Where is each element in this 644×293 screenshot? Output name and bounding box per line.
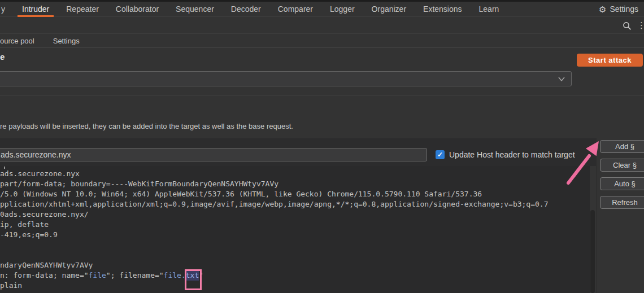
auto-button[interactable]: Auto §: [600, 177, 644, 190]
request-editor-code: ads.securezone.nyxpart/form-data; bounda…: [0, 169, 590, 291]
checkmark-icon: ✓: [437, 151, 443, 159]
tab-learn[interactable]: Learn: [479, 2, 499, 17]
update-host-checkbox[interactable]: ✓: [436, 150, 445, 159]
clear-button[interactable]: Clear §: [600, 159, 644, 172]
attack-type-select[interactable]: [0, 71, 572, 86]
subtab-settings[interactable]: Settings: [53, 37, 80, 45]
tab-comparer[interactable]: Comparer: [278, 2, 313, 17]
intruder-subtab-bar: ource poolSettings: [0, 34, 644, 48]
main-tab-bar: y IntruderRepeaterCollaboratorSequencerD…: [0, 0, 644, 17]
start-attack-button[interactable]: Start attack: [577, 54, 643, 67]
tab-proxy-cut[interactable]: y: [1, 5, 5, 14]
clipped-line-fragment: [4, 167, 5, 169]
settings-menu-item[interactable]: ⚙ Settings: [599, 5, 638, 14]
tab-logger[interactable]: Logger: [330, 2, 355, 17]
request-line: n: form-data; name="file"; filename="fil…: [0, 270, 590, 281]
search-icon[interactable]: [623, 21, 632, 30]
update-host-label: Update Host header to match target: [449, 150, 575, 159]
subtab-ource-pool[interactable]: ource pool: [0, 37, 34, 45]
request-line: ip, deflate: [0, 220, 590, 230]
tab-decoder[interactable]: Decoder: [231, 2, 261, 17]
refresh-button[interactable]: Refresh: [600, 196, 644, 209]
attack-target-input[interactable]: [0, 148, 427, 161]
add-button[interactable]: Add §: [600, 140, 644, 153]
more-vertical-icon[interactable]: ⋮: [637, 20, 644, 30]
toolbar-row: ⋮: [0, 18, 644, 34]
request-line: plain: [0, 281, 590, 291]
section-divider: [0, 95, 644, 95]
editor-scrollbar: [590, 166, 596, 293]
chevron-down-icon: [558, 76, 565, 82]
payload-marker-buttons: Add §Clear §Auto §Refresh: [600, 140, 644, 215]
highlighted-payload-position: txt: [186, 270, 199, 281]
request-line: -419,es;q=0.9: [0, 230, 590, 240]
positions-description: re payloads will be inserted, they can b…: [0, 122, 293, 130]
burp-intruder-window: y IntruderRepeaterCollaboratorSequencerD…: [0, 0, 644, 293]
tab-intruder[interactable]: Intruder: [22, 2, 49, 17]
section-heading-fragment: e: [0, 52, 5, 62]
settings-label: Settings: [610, 5, 638, 14]
request-line: /5.0 (Windows NT 10.0; Win64; x64) Apple…: [0, 189, 590, 199]
request-line: [0, 240, 590, 250]
request-line: pplication/xhtml+xml,application/xml;q=0…: [0, 199, 590, 209]
request-editor[interactable]: ads.securezone.nyxpart/form-data; bounda…: [0, 166, 590, 293]
tab-sequencer[interactable]: Sequencer: [176, 2, 214, 17]
gear-icon: ⚙: [599, 5, 606, 14]
tab-extensions[interactable]: Extensions: [423, 2, 462, 17]
request-line: 0ads.securezone.nyx/: [0, 209, 590, 220]
scrollbar-thumb[interactable]: [590, 210, 595, 293]
tab-collaborator[interactable]: Collaborator: [116, 2, 159, 17]
request-line: ndaryQenNSAYHWtyv7AVy: [0, 260, 590, 270]
tab-repeater[interactable]: Repeater: [66, 2, 99, 17]
request-line: [0, 250, 590, 260]
tab-organizer[interactable]: Organizer: [372, 2, 406, 17]
request-line: part/form-data; boundary=----WebKitFormB…: [0, 179, 590, 189]
request-line: ads.securezone.nyx: [0, 169, 590, 179]
